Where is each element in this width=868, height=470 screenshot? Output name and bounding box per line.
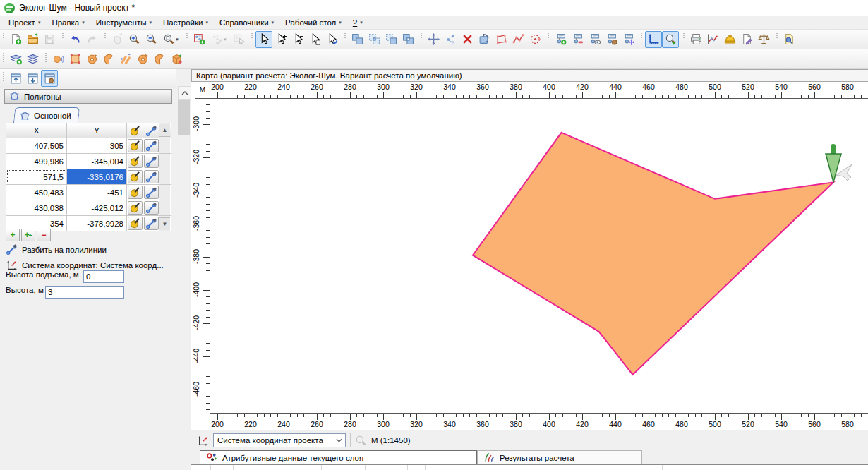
cell-x[interactable]: 499,986 bbox=[6, 154, 67, 169]
toolbar-grip[interactable] bbox=[2, 53, 6, 66]
noise-source-line-button[interactable] bbox=[117, 51, 134, 68]
toolbar-grip[interactable] bbox=[61, 33, 65, 46]
row-edit-button[interactable] bbox=[143, 154, 159, 169]
toolbar-grip[interactable] bbox=[2, 72, 6, 85]
menu--[interactable]: ?▾ bbox=[347, 16, 368, 29]
tab-main[interactable]: Основной bbox=[13, 107, 80, 123]
toolbar-grip[interactable] bbox=[186, 33, 189, 46]
toolbar-grip[interactable] bbox=[251, 33, 254, 46]
noise-source-circle-2-button[interactable] bbox=[134, 51, 151, 68]
menu-настройки[interactable]: Настройки▾ bbox=[157, 16, 214, 29]
menu-инструменты[interactable]: Инструменты▾ bbox=[90, 16, 157, 29]
shape-union-button[interactable] bbox=[349, 31, 366, 48]
map-canvas[interactable] bbox=[210, 99, 868, 413]
report-button[interactable] bbox=[738, 31, 755, 48]
menu-проект[interactable]: Проект▾ bbox=[3, 16, 46, 29]
row-style-button[interactable] bbox=[127, 185, 143, 200]
cell-y[interactable]: -345,004 bbox=[67, 154, 127, 169]
layers-list-button[interactable] bbox=[24, 51, 41, 68]
draw-circle-button[interactable] bbox=[526, 31, 543, 48]
column-header-x[interactable]: X bbox=[6, 123, 67, 138]
table-row[interactable]: 450,483-451 bbox=[6, 184, 171, 200]
row-edit-button[interactable] bbox=[143, 169, 159, 184]
add-object-button[interactable] bbox=[191, 31, 207, 48]
select-add-button[interactable] bbox=[272, 31, 289, 48]
toolbar-grip[interactable] bbox=[547, 33, 550, 46]
row-edit-button[interactable] bbox=[143, 216, 159, 231]
noise-source-special-button[interactable] bbox=[168, 51, 185, 68]
toolbar-grip[interactable] bbox=[640, 33, 644, 46]
cell-y[interactable]: -305 bbox=[67, 138, 127, 153]
height-input[interactable] bbox=[45, 286, 124, 299]
panel-move-down-button[interactable] bbox=[24, 70, 41, 87]
table-row[interactable]: 430,038-425,012 bbox=[6, 200, 171, 215]
open-project-button[interactable] bbox=[24, 31, 41, 48]
rotate-object-button[interactable] bbox=[476, 31, 493, 48]
noise-source-sector-button[interactable] bbox=[100, 51, 117, 68]
menu-справочники[interactable]: Справочники▾ bbox=[214, 16, 279, 29]
coordinate-system-link[interactable]: Система координат: Система коорд... bbox=[6, 259, 164, 271]
scrollbar-thumb[interactable] bbox=[178, 100, 190, 135]
row-edit-button[interactable] bbox=[143, 185, 159, 200]
select-page-button[interactable] bbox=[306, 31, 323, 48]
dropdown-arrow-icon[interactable]: ▾ bbox=[224, 37, 227, 42]
noise-source-point-button[interactable] bbox=[49, 51, 66, 68]
row-style-button[interactable] bbox=[127, 169, 143, 184]
table-row[interactable]: 407,505-305 bbox=[6, 138, 171, 153]
select-button[interactable] bbox=[255, 31, 272, 48]
draw-polyline-button[interactable] bbox=[510, 31, 526, 48]
cell-y[interactable]: -425,012 bbox=[67, 200, 127, 215]
node-remove-button[interactable] bbox=[569, 31, 586, 48]
table-scroll-track[interactable] bbox=[159, 154, 170, 169]
print-button[interactable] bbox=[687, 31, 704, 48]
node-add-button[interactable] bbox=[552, 31, 569, 48]
row-style-button[interactable] bbox=[127, 138, 143, 153]
new-project-button[interactable] bbox=[7, 31, 24, 48]
toolbar-grip[interactable] bbox=[344, 33, 347, 46]
lift-height-input[interactable] bbox=[83, 270, 124, 283]
help-document-button[interactable] bbox=[780, 31, 797, 48]
cell-y[interactable]: -378,9928 bbox=[67, 216, 127, 231]
toolbar-grip[interactable] bbox=[2, 33, 6, 46]
run-calculation-button[interactable] bbox=[721, 31, 738, 48]
panel-pin-button[interactable] bbox=[41, 70, 58, 87]
polygon-shape[interactable] bbox=[210, 99, 868, 413]
profile-chart-button[interactable] bbox=[704, 31, 721, 48]
shape-intersect-button[interactable] bbox=[366, 31, 382, 48]
split-to-polylines-link[interactable]: Разбить на полилинии bbox=[6, 243, 107, 255]
move-object-button[interactable] bbox=[425, 31, 442, 48]
panel-move-up-button[interactable] bbox=[7, 70, 24, 87]
normatives-button[interactable] bbox=[755, 31, 772, 48]
noise-source-polygon-button[interactable] bbox=[66, 51, 83, 68]
table-scroll-track[interactable] bbox=[159, 138, 170, 153]
table-scroll-up[interactable]: ▲ bbox=[159, 123, 170, 138]
cell-x[interactable]: 450,483 bbox=[6, 185, 67, 200]
select-back-button[interactable] bbox=[323, 31, 340, 48]
row-edit-button[interactable] bbox=[143, 200, 159, 215]
cell-x[interactable]: 430,038 bbox=[6, 200, 67, 215]
insert-row-button[interactable]: ++ bbox=[21, 229, 35, 241]
noise-source-sector-2-button[interactable] bbox=[151, 51, 168, 68]
scale-object-button[interactable] bbox=[442, 31, 459, 48]
table-scroll-down[interactable]: ▼ bbox=[159, 216, 170, 231]
select-remove-button[interactable] bbox=[289, 31, 306, 48]
add-row-button[interactable]: + bbox=[6, 229, 20, 241]
zoom-to-selection-button[interactable] bbox=[662, 31, 679, 48]
toolbar-grip[interactable] bbox=[420, 33, 423, 46]
cell-y[interactable]: -335,0176 bbox=[67, 169, 127, 184]
row-style-button[interactable] bbox=[127, 216, 143, 231]
node-move-button[interactable] bbox=[620, 31, 637, 48]
table-scroll-track[interactable] bbox=[159, 200, 170, 215]
column-header-y[interactable]: Y bbox=[67, 123, 127, 138]
shape-xor-button[interactable] bbox=[399, 31, 416, 48]
row-style-button[interactable] bbox=[127, 154, 143, 169]
scroll-up-button[interactable] bbox=[178, 86, 191, 100]
dropdown-arrow-icon[interactable]: ▾ bbox=[176, 37, 179, 42]
zoom-out-button[interactable] bbox=[143, 31, 159, 48]
tab-calculation-results[interactable]: Результаты расчета bbox=[477, 450, 642, 464]
menu-рабочий-стол[interactable]: Рабочий стол▾ bbox=[279, 16, 347, 29]
node-style-button[interactable] bbox=[603, 31, 620, 48]
undo-button[interactable] bbox=[66, 31, 83, 48]
delete-object-button[interactable] bbox=[459, 31, 476, 48]
table-row[interactable]: 571,5-335,0176 bbox=[6, 169, 171, 184]
